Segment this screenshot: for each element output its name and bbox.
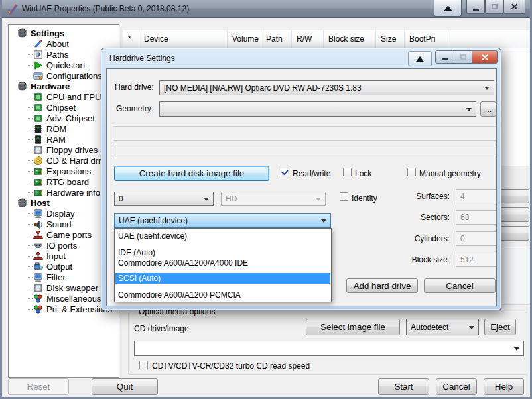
hard-drive-dropdown[interactable]: [NO MEDIA] [N/A,RW] Optiarc DVD RW AD-72… bbox=[159, 80, 494, 95]
column-header-device[interactable]: Device bbox=[139, 30, 228, 48]
cd-image-dropdown[interactable] bbox=[134, 341, 524, 356]
dialog-cancel-button[interactable]: Cancel bbox=[424, 278, 496, 293]
path-field-1 bbox=[113, 126, 496, 141]
play-icon bbox=[33, 60, 43, 70]
geometry-fields: Surfaces:4Sectors:63Cylinders:0Block siz… bbox=[359, 189, 496, 274]
controller-dropdown[interactable]: UAE (uaehf.device) bbox=[114, 213, 331, 228]
maximize-button[interactable] bbox=[485, 0, 503, 14]
tree-connector bbox=[27, 298, 33, 299]
column-header-filler bbox=[446, 30, 529, 48]
controller-option-uae-uaehf-device[interactable]: UAE (uaehf.device) bbox=[115, 231, 330, 241]
identity-checkbox[interactable] bbox=[340, 192, 348, 201]
tree-connector bbox=[27, 245, 33, 246]
turbo-cd-checkbox[interactable] bbox=[139, 361, 148, 369]
tree-connector bbox=[27, 65, 33, 66]
column-header-volume[interactable]: Volume bbox=[228, 30, 261, 48]
tree-connector bbox=[27, 160, 33, 161]
cylinders-label: Cylinders: bbox=[359, 234, 456, 243]
close-icon bbox=[511, 3, 518, 10]
sidebar-item-settings[interactable]: Settings bbox=[9, 28, 119, 38]
dropdown-arrow-icon bbox=[321, 219, 326, 223]
list-header: *DeviceVolumePathR/WBlock sizeSizeBootPr… bbox=[123, 30, 529, 48]
minimize-button[interactable] bbox=[466, 0, 485, 14]
sectors-field: 63 bbox=[456, 210, 496, 225]
sectors-label: Sectors: bbox=[359, 213, 456, 222]
ioports-icon bbox=[33, 241, 43, 251]
tree-connector bbox=[27, 266, 33, 267]
tree-connector bbox=[27, 129, 33, 129]
main-titlebar: WinUAE Properties (Public Beta 0, 2018.0… bbox=[0, 0, 532, 18]
column-header-size[interactable]: Size bbox=[376, 30, 405, 48]
eject-button[interactable]: Eject bbox=[484, 319, 516, 335]
floppy-icon bbox=[33, 283, 43, 293]
chip-icon bbox=[33, 113, 43, 123]
dialog-close-button[interactable] bbox=[472, 50, 498, 64]
winuae-logo-icon bbox=[7, 3, 18, 15]
sidebar-item-label: Paths bbox=[46, 50, 68, 60]
tree-connector bbox=[27, 118, 33, 119]
chip-icon bbox=[33, 92, 43, 102]
close-button[interactable] bbox=[503, 0, 525, 14]
reset-button: Reset bbox=[8, 378, 69, 395]
tree-connector bbox=[27, 171, 33, 172]
tree-connector bbox=[27, 107, 33, 108]
disk-stack-icon bbox=[17, 28, 27, 38]
dropdown-arrow-icon bbox=[316, 198, 321, 201]
controller-option-scsi-auto[interactable]: SCSI (Auto) bbox=[115, 273, 330, 284]
lock-checkbox[interactable] bbox=[343, 168, 352, 176]
autodetect-dropdown[interactable]: Autodetect bbox=[406, 319, 479, 335]
sidebar-item-about[interactable]: About bbox=[9, 38, 119, 49]
config-icon bbox=[33, 71, 43, 81]
dialog-expand-button[interactable] bbox=[408, 51, 432, 66]
dialog-content: Hard drive: [NO MEDIA] [N/A,RW] Optiarc … bbox=[106, 68, 497, 306]
joystick-icon bbox=[33, 251, 43, 261]
column-header-r-w[interactable]: R/W bbox=[292, 30, 324, 48]
manual-geometry-checkbox[interactable] bbox=[407, 168, 416, 176]
minimize-icon bbox=[442, 58, 448, 60]
unit-value: 0 bbox=[119, 194, 123, 203]
tree-connector bbox=[27, 224, 33, 225]
tree-connector bbox=[27, 213, 33, 214]
start-button[interactable]: Start bbox=[378, 378, 429, 395]
sidebar-item-label: Display bbox=[46, 209, 75, 219]
controller-option-commodore-a600-a1200-a4000-ide[interactable]: Commodore A600/A1200/A4000 IDE bbox=[115, 258, 330, 268]
floppy-icon bbox=[33, 145, 43, 155]
board-icon bbox=[33, 166, 43, 176]
arrow-up-icon bbox=[416, 56, 424, 62]
quit-button[interactable]: Quit bbox=[92, 378, 158, 395]
cancel-button[interactable]: Cancel bbox=[436, 378, 477, 395]
select-image-file-button[interactable]: Select image file bbox=[306, 319, 400, 335]
board-icon bbox=[33, 177, 43, 187]
tree-connector bbox=[27, 150, 33, 150]
expand-titlebar-button[interactable] bbox=[434, 0, 462, 17]
controller-option-commodore-a600-a1200-pcmcia[interactable]: Commodore A600/A1200 PCMCIA bbox=[115, 290, 330, 300]
sidebar-item-label: Adv. Chipset bbox=[46, 113, 95, 123]
sidebar-item-label: Quickstart bbox=[46, 60, 86, 70]
add-hard-drive-button[interactable]: Add hard drive bbox=[346, 278, 418, 293]
controller-dropdown-list: UAE (uaehf.device)IDE (Auto)Commodore A6… bbox=[114, 228, 332, 302]
window-title: WinUAE Properties (Public Beta 0, 2018.0… bbox=[22, 4, 189, 13]
geometry-dropdown[interactable] bbox=[159, 101, 476, 117]
read-write-checkbox[interactable] bbox=[281, 168, 289, 176]
column-header-block-size[interactable]: Block size bbox=[324, 30, 376, 48]
geo-row-block-size: Block size:512 bbox=[359, 253, 496, 267]
column-header-[interactable]: * bbox=[123, 30, 139, 48]
dropdown-arrow-icon bbox=[514, 347, 519, 351]
unit-dropdown[interactable]: 0 bbox=[114, 192, 214, 206]
sidebar-item-label: Filter bbox=[46, 272, 66, 282]
maximize-icon bbox=[460, 54, 466, 60]
autodetect-value: Autodetect bbox=[411, 323, 448, 332]
sidebar-item-label: CPU and FPU bbox=[46, 92, 101, 102]
tree-connector bbox=[27, 288, 33, 288]
dialog-minimize-button[interactable] bbox=[435, 50, 454, 64]
create-hard-disk-image-button[interactable]: Create hard disk image file bbox=[114, 166, 269, 181]
geometry-browse-button[interactable]: ... bbox=[480, 101, 496, 117]
dialog-maximize-button[interactable] bbox=[454, 50, 472, 64]
column-header-bootpri[interactable]: BootPri bbox=[405, 30, 446, 48]
sidebar-item-label: Expansions bbox=[46, 166, 91, 176]
column-header-path[interactable]: Path bbox=[261, 30, 292, 48]
help-button[interactable]: Help bbox=[484, 378, 524, 395]
board-icon bbox=[33, 188, 43, 198]
controller-option-ide-auto[interactable]: IDE (Auto) bbox=[115, 247, 330, 258]
sidebar-item-label: Configurations bbox=[46, 71, 102, 81]
